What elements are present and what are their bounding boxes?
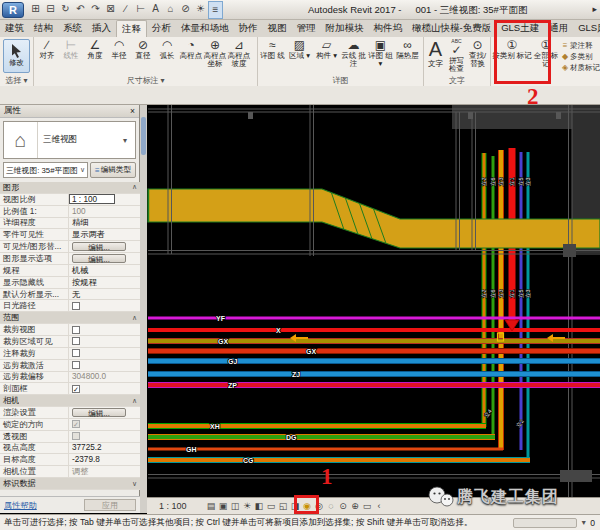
aligned-dimension-icon[interactable]: ⊢ — [133, 1, 148, 19]
toolbar-overflow-icon[interactable]: ▸ — [592, 4, 597, 14]
property-value[interactable]: 304800.0 — [69, 372, 106, 381]
property-value[interactable]: -2379.8 — [69, 455, 100, 464]
undo-icon[interactable]: ↶ — [73, 1, 88, 19]
section-chevron-icon[interactable]: ∧ — [132, 314, 137, 322]
ribbon-tab[interactable]: 建筑 — [0, 20, 29, 37]
reveal-constraints-icon[interactable]: ⊕ — [349, 501, 361, 511]
hide-analytical-model-icon[interactable]: ◌ — [325, 501, 337, 511]
crop-region-icon[interactable]: ◱ — [277, 501, 289, 511]
checkbox[interactable]: ✓ — [72, 420, 80, 428]
property-value[interactable]: 精细 — [69, 217, 88, 228]
open-icon[interactable]: ⊞ — [28, 1, 43, 19]
checkbox[interactable] — [72, 302, 80, 310]
sun-icon[interactable]: ☀ — [193, 1, 208, 19]
ribbon-button[interactable]: ⊕高程点 坐标 — [203, 38, 227, 69]
dimension-panel-label[interactable]: 尺寸标注 ▾ — [34, 75, 257, 86]
visual-style-icon[interactable]: ◫ — [229, 501, 241, 511]
edit-type-button[interactable]: ≡ 编辑类型 — [90, 162, 136, 178]
ribbon-small-button[interactable]: ◆多类别 — [560, 51, 600, 62]
sync-icon[interactable]: ↻ — [58, 1, 73, 19]
viewport-scrollbar[interactable] — [140, 105, 147, 513]
ribbon-button[interactable]: ⊿高程点 坡度 — [227, 38, 251, 69]
ribbon-tab[interactable]: 管理 — [292, 20, 321, 37]
ribbon-tab[interactable]: 结构 — [29, 20, 58, 37]
checkbox[interactable] — [72, 432, 80, 440]
ribbon-button[interactable]: ◔高程点 — [179, 38, 203, 60]
ribbon-tab[interactable]: 分析 — [147, 20, 176, 37]
ribbon-small-button[interactable]: ◈材质标记 — [560, 62, 600, 73]
ribbon-button[interactable]: ▱构件 ▾ — [313, 38, 340, 60]
edit-button[interactable]: 编辑... — [72, 254, 126, 264]
ribbon-tab[interactable]: 注释 — [116, 20, 147, 37]
section-header[interactable]: 范围∧ — [0, 312, 140, 324]
property-value[interactable]: 按规程 — [69, 277, 97, 288]
select-panel-label[interactable]: 选择 ▾ — [0, 75, 33, 86]
ribbon-button[interactable]: ∞隔热层 — [394, 38, 421, 60]
property-value-input[interactable]: 1 : 100 — [69, 194, 115, 204]
thin-lines-icon[interactable]: ≡ — [208, 1, 223, 19]
section-header[interactable]: 相机∧ — [0, 395, 140, 407]
section-chevron-icon[interactable]: ∨ — [132, 480, 137, 488]
ribbon-tab[interactable]: 协作 — [234, 20, 263, 37]
section-chevron-icon[interactable]: ∧ — [132, 397, 137, 405]
checkbox[interactable]: ✓ — [72, 385, 80, 393]
section-header[interactable]: 图形∧ — [0, 182, 140, 194]
default-3d-view-icon[interactable]: ⌂ — [163, 1, 178, 19]
ribbon-button[interactable]: ∠角度 — [83, 38, 107, 60]
ribbon-button[interactable]: ◠半径 — [107, 38, 131, 60]
apply-button[interactable]: 应用 — [84, 499, 136, 511]
crop-view-icon[interactable]: ▭ — [265, 501, 277, 511]
worksharing-display-icon[interactable]: ▤ — [205, 501, 217, 511]
revit-app-menu[interactable]: R — [2, 2, 24, 18]
text-panel-label[interactable]: 文字 — [424, 75, 490, 86]
ribbon-tab[interactable]: 视图 — [263, 20, 292, 37]
ribbon-button[interactable]: ∕对齐 — [35, 38, 59, 60]
ribbon-tab[interactable]: 附加模块 — [321, 20, 369, 37]
ribbon-button[interactable]: ABC✓拼写 检查 — [446, 38, 467, 74]
view-scale-control[interactable]: 1 : 100 — [159, 501, 205, 511]
ribbon-button[interactable]: ⊙查找/ 替换 — [467, 38, 488, 69]
checkbox[interactable] — [72, 326, 80, 334]
ribbon-tab[interactable]: 构件坞 — [369, 20, 408, 37]
ribbon-tab[interactable]: GLS风 — [573, 20, 600, 37]
redo-icon[interactable]: ↷ — [88, 1, 103, 19]
instance-selector[interactable]: 三维视图: 35#平面图 ∨ — [3, 162, 88, 178]
filter-icon[interactable]: ▼ — [580, 519, 587, 526]
section-header[interactable]: 标识数据∨ — [0, 478, 140, 490]
ribbon-tab[interactable]: 橄榄山快模-免费版 — [407, 20, 496, 37]
measure-icon[interactable]: ∕ — [118, 1, 133, 19]
drawing-area[interactable]: YFXGXGXGJZJZPXHDGGHCG立2立6立3立1立5立3立2立6立3立… — [147, 105, 600, 513]
section-icon[interactable]: ⊘ — [178, 1, 193, 19]
highlight-displacement-icon[interactable]: ⊙ — [337, 501, 349, 511]
detail-panel-label[interactable]: 详图 — [258, 75, 423, 86]
print-icon[interactable]: ⊠ — [103, 1, 118, 19]
ribbon-tab[interactable]: 体量和场地 — [176, 20, 234, 37]
properties-help-link[interactable]: 属性帮助 — [4, 500, 37, 511]
save-icon[interactable]: ⊟ — [43, 1, 58, 19]
checkbox[interactable] — [72, 361, 80, 369]
property-value[interactable]: 无 — [69, 289, 80, 300]
property-value[interactable]: 100 — [69, 207, 86, 216]
ribbon-small-button[interactable]: ≡梁注释 — [560, 40, 600, 51]
scrollbar-thumb[interactable] — [141, 117, 146, 155]
ribbon-tab[interactable]: 系统 — [58, 20, 87, 37]
shadows-icon[interactable]: ◧ — [253, 501, 265, 511]
ribbon-button[interactable]: ◠弧长 — [155, 38, 179, 60]
close-icon[interactable]: × — [130, 106, 135, 116]
ribbon-button[interactable]: ☁云线 批注 — [340, 38, 367, 69]
workset-field[interactable] — [513, 518, 577, 528]
ribbon-tab[interactable]: 插入 — [87, 20, 116, 37]
ribbon-button[interactable]: ⊢线性 — [59, 38, 83, 60]
detail-level-icon[interactable]: ▣ — [217, 501, 229, 511]
modify-button[interactable]: 修改 — [3, 39, 30, 73]
text-note-icon[interactable]: A — [148, 1, 163, 19]
property-value[interactable]: 机械 — [69, 265, 88, 276]
edit-button[interactable]: 编辑... — [72, 408, 126, 418]
worksets-icon[interactable]: ▭ — [361, 501, 373, 511]
ribbon-button[interactable]: ≈详图 线 — [259, 38, 286, 60]
property-value[interactable]: 调整 — [69, 466, 88, 477]
section-chevron-icon[interactable]: ∧ — [132, 183, 137, 191]
edit-button[interactable]: 编辑... — [72, 242, 126, 252]
ribbon-button[interactable]: A文字 — [425, 38, 446, 68]
type-selector[interactable]: ⌂ 三维视图 ▾ — [3, 121, 136, 159]
